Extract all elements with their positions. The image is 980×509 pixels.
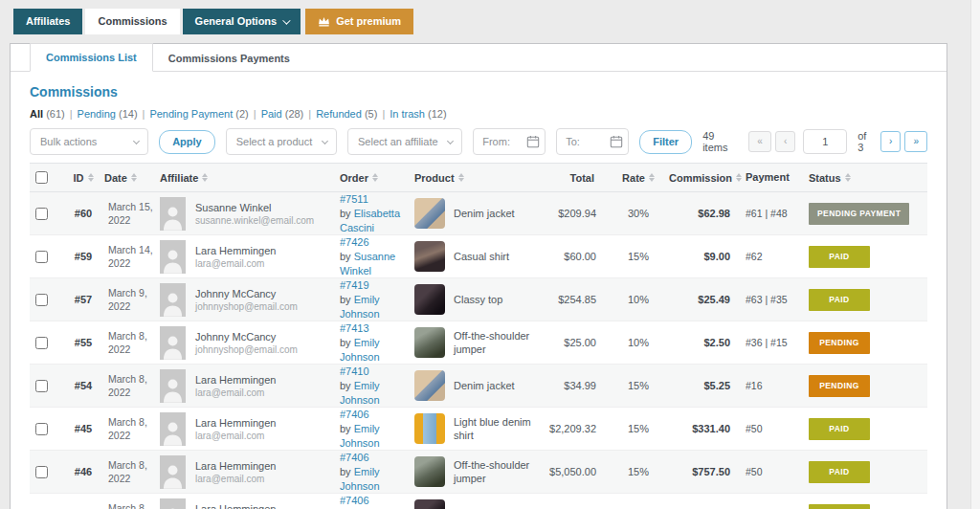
tab-commissions-list[interactable]: Commissions List — [30, 43, 153, 72]
order-link[interactable]: #7419 — [340, 279, 369, 291]
affiliate-select[interactable]: Select an affiliate — [347, 128, 462, 155]
status-cell: PENDING — [799, 332, 927, 354]
apply-button[interactable]: Apply — [159, 130, 215, 154]
get-premium-button[interactable]: Get premium — [305, 9, 413, 34]
status-cell: PAID — [799, 246, 927, 268]
header-commission[interactable]: Commission — [669, 172, 732, 184]
select-all-checkbox[interactable] — [35, 171, 48, 184]
avatar — [160, 455, 186, 489]
sort-icon[interactable] — [845, 173, 851, 182]
affiliate-cell: Lara Hemmingen lara@email.com — [160, 455, 340, 489]
commission-amount: $9.00 — [669, 251, 746, 262]
status-filter-link[interactable]: Pending Payment — [149, 108, 233, 120]
sort-icon[interactable] — [131, 173, 137, 182]
affiliate-name: Susanne Winkel — [195, 201, 314, 214]
header-rate[interactable]: Rate — [622, 172, 645, 184]
table-row: #60 March 15, 2022 Susanne Winkel susann… — [30, 192, 927, 235]
payment-refs: #62 — [746, 250, 799, 263]
order-by-label: by — [340, 208, 351, 219]
tab-commissions[interactable]: Commissions — [85, 9, 179, 34]
product-thumbnail — [414, 413, 445, 444]
affiliate-name: Lara Hemmingen — [195, 459, 276, 473]
tab-affiliates[interactable]: Affiliates — [13, 9, 82, 34]
header-product[interactable]: Product — [414, 172, 455, 184]
commission-id: #60 — [62, 208, 104, 219]
order-by-label: by — [340, 337, 351, 348]
affiliate-name: Lara Hemmingen — [195, 373, 276, 387]
prev-page-button[interactable]: ‹ — [775, 131, 795, 152]
status-badge: PAID — [809, 461, 870, 483]
header-affiliate[interactable]: Affiliate — [160, 172, 198, 184]
order-link[interactable]: #7426 — [340, 236, 369, 248]
affiliate-select-label: Select an affiliate — [358, 136, 438, 147]
tab-commissions-payments[interactable]: Commissions Payments — [153, 45, 305, 72]
tab-general-options[interactable]: General Options — [183, 9, 301, 34]
person-icon — [160, 417, 186, 446]
affiliate-cell: Lara Hemmingen lara@email.com — [160, 369, 340, 403]
order-cell: #7511 by Elisabetta Cascini — [340, 192, 414, 235]
product-select[interactable]: Select a product — [226, 128, 337, 155]
affiliate-cell: Lara Hemmingen lara@email.com — [160, 240, 340, 274]
sort-icon[interactable] — [88, 173, 94, 182]
affiliate-email: susanne.winkel@email.com — [195, 214, 314, 227]
row-checkbox[interactable] — [35, 251, 48, 263]
row-checkbox[interactable] — [35, 294, 48, 306]
order-link[interactable]: #7406 — [340, 452, 369, 463]
sort-icon[interactable] — [736, 173, 742, 182]
sort-icon[interactable] — [202, 173, 208, 182]
header-order[interactable]: Order — [340, 172, 368, 184]
status-filter-link[interactable]: Pending — [78, 108, 116, 120]
status-badge: PAID — [809, 289, 870, 311]
order-link[interactable]: #7413 — [340, 322, 369, 334]
commission-id: #54 — [62, 380, 104, 391]
status-filter-item: Refunded (5) — [316, 108, 377, 120]
affiliate-name: Johnny McCancy — [195, 330, 298, 343]
header-total: Total — [570, 172, 594, 184]
next-page-button[interactable]: › — [880, 131, 901, 152]
browser-scrollbar[interactable] — [970, 0, 980, 509]
row-checkbox[interactable] — [35, 380, 48, 392]
order-link[interactable]: #7406 — [340, 495, 369, 506]
commission-date: March 9, 2022 — [104, 286, 160, 313]
sort-icon[interactable] — [649, 173, 655, 182]
status-cell: PAID — [799, 461, 927, 483]
status-filter-link[interactable]: Paid — [261, 108, 282, 120]
bulk-actions-select[interactable]: Bulk actions — [30, 128, 148, 155]
row-checkbox[interactable] — [35, 466, 48, 478]
table-row: #57 March 9, 2022 Johnny McCancy johnnys… — [30, 278, 927, 321]
sort-icon[interactable] — [372, 173, 378, 182]
header-id[interactable]: ID — [74, 172, 84, 184]
header-status[interactable]: Status — [809, 172, 841, 184]
first-page-button[interactable]: « — [748, 131, 771, 152]
tab-general-options-label: General Options — [195, 16, 278, 27]
order-link[interactable]: #7406 — [340, 409, 369, 420]
status-filter-link[interactable]: Refunded — [316, 108, 362, 120]
row-checkbox[interactable] — [35, 208, 48, 220]
sort-icon[interactable] — [458, 173, 464, 182]
commission-rate: 10% — [608, 294, 669, 305]
current-page-input[interactable] — [803, 129, 847, 154]
status-badge: PENDING — [809, 375, 870, 397]
status-filter-item: Pending Payment (2) — [149, 108, 248, 120]
status-filter-link[interactable]: In trash — [390, 108, 425, 120]
affiliate-cell: Lara Hemmingen lara@email.com — [160, 498, 340, 509]
row-checkbox[interactable] — [35, 423, 48, 435]
filter-button[interactable]: Filter — [639, 130, 692, 154]
product-name: Casual shirt — [454, 250, 509, 263]
order-link[interactable]: #7511 — [340, 193, 368, 205]
product-cell: Light blue denim shirt — [414, 413, 539, 444]
commission-amount: $331.40 — [669, 423, 746, 434]
order-link[interactable]: #7410 — [340, 365, 369, 377]
affiliate-cell: Johnny McCancy johnnyshop@email.com — [160, 283, 340, 317]
last-page-button[interactable]: » — [904, 131, 927, 152]
content-card: Commissions List Commissions Payments Co… — [10, 43, 947, 509]
status-badge: PAID — [809, 504, 870, 509]
order-by-label: by — [340, 380, 351, 391]
toolbar: Bulk actions Apply Select a product Sele… — [30, 128, 927, 155]
header-date[interactable]: Date — [104, 172, 127, 184]
get-premium-label: Get premium — [336, 16, 401, 27]
commission-date: March 8, 2022 — [104, 415, 160, 442]
row-checkbox[interactable] — [35, 337, 48, 349]
commission-id: #46 — [62, 466, 104, 477]
status-filter-link[interactable]: All — [30, 108, 43, 120]
